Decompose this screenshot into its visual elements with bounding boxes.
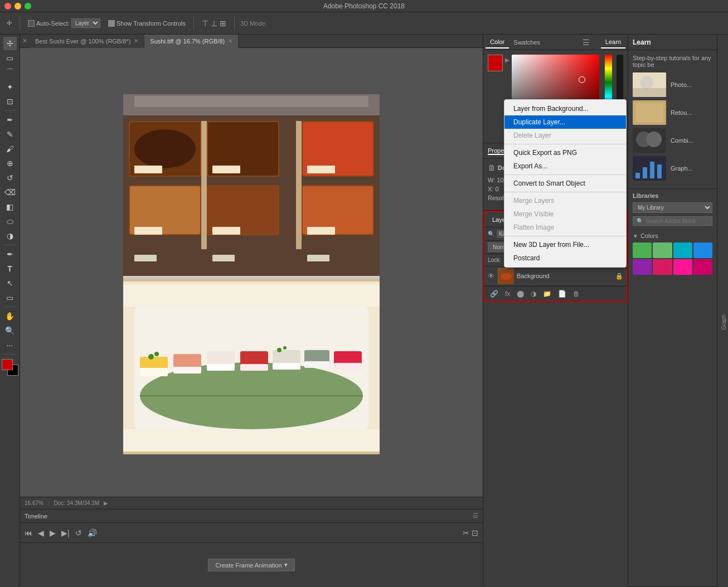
auto-select-check[interactable]: [28, 20, 35, 27]
create-frame-arrow[interactable]: ▾: [284, 561, 288, 569]
magic-wand-btn[interactable]: ✦: [3, 80, 17, 94]
spot-heal-btn[interactable]: ✎: [3, 128, 17, 141]
color-panel-menu[interactable]: ☰: [583, 38, 590, 47]
type-btn[interactable]: T: [3, 262, 17, 275]
graph-vertical-tab[interactable]: Graph: [720, 310, 728, 334]
colors-section: ▼ Colors: [628, 229, 717, 277]
add-adjustment-btn[interactable]: ◑: [528, 289, 538, 299]
lasso-tool-btn[interactable]: ⌒: [3, 66, 17, 79]
pen-btn[interactable]: ✒: [3, 248, 17, 261]
learn-card-retouch[interactable]: Retou...: [633, 100, 712, 125]
history-btn[interactable]: ↺: [3, 171, 17, 185]
fx-btn[interactable]: fx: [503, 289, 512, 299]
dodge-btn[interactable]: ◑: [3, 229, 17, 242]
audio-btn[interactable]: 🔊: [88, 528, 97, 537]
ctx-postcard[interactable]: Postcard: [504, 251, 626, 265]
library-search-input[interactable]: [646, 218, 708, 224]
learn-card-title-retouch: Retou...: [671, 109, 692, 116]
color-swatch-4[interactable]: [633, 259, 652, 275]
auto-select-dropdown[interactable]: Layer: [71, 18, 100, 28]
eraser-btn[interactable]: ⌫: [3, 186, 17, 199]
ctx-layer-from-bg[interactable]: Layer from Background...: [504, 102, 626, 115]
path-select-btn[interactable]: ↖: [3, 276, 17, 290]
create-frame-label: Create Frame Animation: [215, 562, 282, 569]
blur-btn[interactable]: ⬭: [3, 215, 17, 228]
foreground-color-swatch[interactable]: [488, 55, 503, 71]
ctx-export-as[interactable]: Export As...: [504, 159, 626, 173]
move-tool-btn[interactable]: ✢: [3, 37, 17, 50]
layer-item-background[interactable]: 👁 Background 🔒: [484, 266, 627, 286]
color-swatch-3[interactable]: [693, 242, 712, 258]
select-tool-btn[interactable]: ▭: [3, 51, 17, 65]
add-mask-btn[interactable]: ⬤: [515, 289, 526, 299]
library-search-icon: 🔍: [637, 218, 643, 224]
loop-btn[interactable]: ↺: [75, 528, 82, 537]
color-picker[interactable]: [2, 359, 18, 376]
zoom-btn[interactable]: 🔍: [3, 324, 17, 337]
color-swatch-0[interactable]: [633, 242, 652, 258]
new-group-btn[interactable]: 📁: [541, 289, 554, 299]
show-transform-check[interactable]: [108, 20, 115, 27]
brush-btn[interactable]: 🖌: [3, 142, 17, 156]
svg-point-35: [154, 352, 159, 356]
link-layers-btn[interactable]: 🔗: [488, 289, 501, 299]
tab-close-1[interactable]: ✕: [134, 38, 138, 44]
show-transform-checkbox[interactable]: Show Transform Controls: [106, 19, 188, 28]
move-tool[interactable]: ✢: [4, 18, 14, 28]
timeline-panel: Timeline ☰ ⏮ ◀ ▶ ▶| ↺ 🔊 ✂ ⊡ Create Frame…: [20, 509, 483, 587]
create-frame-animation-button[interactable]: Create Frame Animation ▾: [208, 559, 294, 571]
gradient-btn[interactable]: ◧: [3, 200, 17, 214]
timeline-menu[interactable]: ☰: [473, 512, 478, 520]
prev-frame-btn[interactable]: ◀: [38, 528, 44, 537]
clone-btn[interactable]: ⊕: [3, 157, 17, 170]
color-swatch-2[interactable]: [673, 242, 692, 258]
align-middle-icon[interactable]: ⊥: [211, 19, 217, 28]
tab-color[interactable]: Color: [486, 36, 509, 48]
tab-learn[interactable]: Learn: [601, 36, 625, 48]
tab-best-sushi[interactable]: Best Sushi Ever @ 100% (RGB/8*) ✕: [30, 35, 144, 48]
ctx-duplicate-layer[interactable]: Duplicate Layer...: [504, 115, 626, 129]
delete-layer-btn[interactable]: 🗑: [571, 289, 582, 299]
minimize-button[interactable]: [14, 3, 21, 9]
svg-point-34: [148, 354, 154, 360]
close-button[interactable]: [4, 3, 11, 9]
library-select[interactable]: My Library: [633, 202, 712, 213]
align-top-icon[interactable]: ⊤: [202, 19, 208, 28]
learn-thumb-photo: [633, 72, 666, 97]
play-btn[interactable]: ▶: [50, 528, 56, 537]
svg-rect-26: [212, 255, 235, 261]
hand-btn[interactable]: ✋: [3, 309, 17, 323]
learn-card-graph[interactable]: Graph...: [633, 156, 712, 181]
cut-btn[interactable]: ✂: [463, 528, 469, 537]
doc-info-expand[interactable]: ▶: [104, 500, 108, 506]
svg-point-45: [283, 346, 287, 350]
learn-card-photo[interactable]: Photo...: [633, 72, 712, 97]
svg-point-53: [501, 273, 512, 280]
tab-swatches[interactable]: Swatches: [509, 37, 545, 48]
eyedropper-btn[interactable]: ✒: [3, 113, 17, 127]
goto-start-btn[interactable]: ⏮: [25, 528, 32, 537]
color-swatch-1[interactable]: [653, 242, 672, 258]
maximize-button[interactable]: [25, 3, 31, 9]
crop-tool-btn[interactable]: ⊡: [3, 95, 17, 108]
new-layer-btn[interactable]: 📄: [556, 289, 569, 299]
ctx-convert-smart[interactable]: Convert to Smart Object: [504, 177, 626, 190]
foreground-color-box[interactable]: [2, 359, 13, 370]
align-bottom-icon[interactable]: ⊞: [220, 19, 226, 28]
ctx-quick-export[interactable]: Quick Export as PNG: [504, 146, 626, 159]
shape-btn[interactable]: ▭: [3, 291, 17, 304]
copy-btn[interactable]: ⊡: [472, 528, 478, 537]
layer-visibility-icon[interactable]: 👁: [488, 272, 494, 280]
learn-card-combine[interactable]: Combi...: [633, 128, 712, 153]
auto-select-checkbox[interactable]: Auto-Select: Layer: [26, 17, 103, 29]
tab-close-2[interactable]: ✕: [228, 38, 232, 44]
next-frame-btn[interactable]: ▶|: [61, 528, 70, 537]
color-swatch-7[interactable]: [693, 259, 712, 275]
color-swatch-6[interactable]: [673, 259, 692, 275]
tab-sushi-tiff[interactable]: Sushi.tiff @ 16.7% (RGB/8) ✕: [144, 35, 239, 48]
ctx-new-3d-layer[interactable]: New 3D Layer from File...: [504, 238, 626, 251]
color-swatch-5[interactable]: [653, 259, 672, 275]
titlebar: Adobe Photoshop CC 2018: [0, 0, 728, 12]
more-tools-btn[interactable]: ···: [3, 338, 17, 352]
svg-rect-33: [140, 368, 168, 376]
